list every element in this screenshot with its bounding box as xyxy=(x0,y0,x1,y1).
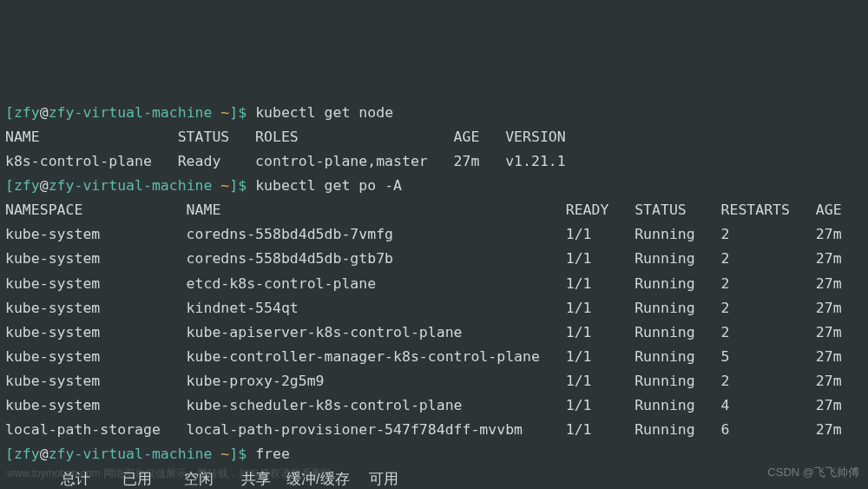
pod-row: kube-system kube-controller-manager-k8s-… xyxy=(5,348,842,365)
node-row: k8s-control-plane Ready control-plane,ma… xyxy=(5,153,566,169)
pod-row: kube-system coredns-558bd4d5db-7vmfg 1/1… xyxy=(5,226,842,242)
pod-row: kube-system kube-proxy-2g5m9 1/1 Running… xyxy=(5,373,842,389)
pod-row: kube-system kube-apiserver-k8s-control-p… xyxy=(5,324,842,340)
watermark-right: CSDN @飞飞帅傅 xyxy=(767,463,859,482)
command-1: kubectl get node xyxy=(255,104,393,121)
pod-row: kube-system kindnet-554qt 1/1 Running 2 … xyxy=(5,300,842,316)
command-2: kubectl get po -A xyxy=(255,177,402,194)
node-header: NAME STATUS ROLES AGE VERSION xyxy=(5,129,566,145)
pod-header: NAMESPACE NAME READY STATUS RESTARTS AGE xyxy=(5,202,842,218)
pod-row: kube-system coredns-558bd4d5db-gtb7b 1/1… xyxy=(5,250,842,267)
pod-row: kube-system kube-scheduler-k8s-control-p… xyxy=(5,397,842,413)
terminal-output[interactable]: [zfy@zfy-virtual-machine ~]$ kubectl get… xyxy=(5,101,863,489)
pod-row: kube-system etcd-k8s-control-plane 1/1 R… xyxy=(5,275,842,292)
pod-row: local-path-storage local-path-provisione… xyxy=(5,421,842,438)
command-3: free xyxy=(255,446,290,462)
watermark-left: www.toymoban.com 网络图片仅做展示，禁转载，如有侵权请联系删除。 xyxy=(7,465,343,482)
